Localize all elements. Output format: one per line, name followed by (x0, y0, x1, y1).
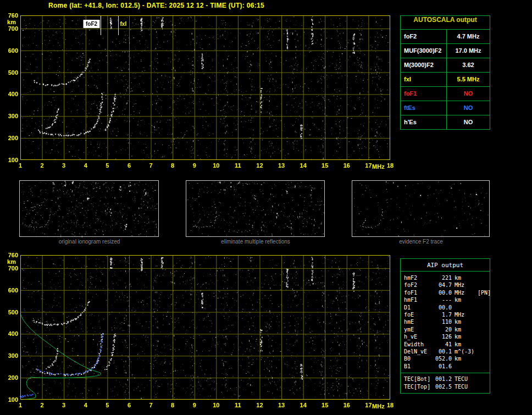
aip-row-hmE: hmE110km (401, 318, 490, 325)
aip-cell-lab: B0 (404, 355, 435, 362)
aip-output-table: AIP output hmF2221kmfoF204.7MHzfoF100.0M… (400, 258, 490, 394)
aip-row-hmF2: hmF2221km (401, 274, 490, 281)
panel-evidence-f2-canvas (352, 180, 490, 237)
aip-row-DelN_vE: DelN_vE00.1m^(-3) (401, 348, 490, 355)
aip-cell-n (478, 333, 490, 340)
aip-cell-v: 221 (435, 274, 455, 281)
param-label: fxI (401, 73, 447, 86)
aip-row-foF1: foF100.0MHz[PN] (401, 289, 490, 296)
autoscala-row-M(3000)F2: M(3000)F23.62 (401, 58, 490, 73)
param-label: foF2 (401, 30, 447, 43)
aip-cell-u: MHz (455, 311, 478, 318)
aip-cell-v: 052.0 (435, 355, 455, 362)
profile-ionogram-canvas (0, 252, 398, 415)
autoscala-row-fxI: fxI5.5 MHz (401, 73, 490, 87)
aip-cell-lab: ymE (404, 326, 435, 333)
aip-cell-lab: foF2 (404, 281, 435, 289)
aip-table-rows: hmF2221kmfoF204.7MHzfoF100.0MHz[PN]hmF1-… (401, 274, 490, 390)
aip-row-TEC[Top]: TEC[Top]002.5TECU (401, 383, 490, 390)
aip-cell-n (478, 363, 490, 370)
main-ionogram-canvas (0, 12, 398, 173)
aip-cell-v: 04.7 (435, 281, 455, 289)
aip-cell-n (478, 281, 490, 289)
aip-cell-u: km (455, 355, 478, 362)
panel-caption-evidence: evidence F2 trace (352, 239, 490, 245)
aip-table-title: AIP output (401, 259, 490, 272)
aip-row-foE: foE1.7MHz (401, 311, 490, 318)
aip-cell-v: 00.0 (435, 289, 455, 296)
param-value: 5.5 MHz (447, 73, 490, 86)
aip-row-ymE: ymE20km (401, 326, 490, 333)
panel-original-ionogram-canvas (19, 180, 159, 237)
param-value: NO (447, 101, 490, 115)
aip-cell-lab: hmE (404, 318, 435, 325)
aip-cell-u: km (455, 326, 478, 333)
param-label: MUF(3000)F2 (401, 44, 447, 58)
aip-row-hmF1: hmF1---km (401, 296, 490, 303)
aip-cell-lab: hmF1 (404, 296, 435, 303)
param-value: 17.0 MHz (447, 44, 490, 58)
aip-row-D1: D100.0 (401, 304, 490, 311)
param-value: 3.62 (447, 58, 490, 72)
autoscala-row-ftEs: ftEsNO (401, 101, 490, 115)
aip-cell-v: 00.1 (435, 348, 455, 355)
aip-cell-n (478, 375, 490, 383)
aip-cell-lab: TEC[Top] (404, 383, 435, 390)
aip-cell-v: 002.5 (435, 383, 455, 390)
aip-cell-n (478, 274, 490, 281)
autoscala-table-rows: foF24.7 MHzMUF(3000)F217.0 MHzM(3000)F23… (401, 30, 490, 129)
aip-cell-u: km (455, 341, 478, 348)
aip-cell-u: km (455, 333, 478, 340)
aip-cell-u (455, 363, 478, 370)
panel-caption-eliminate: eliminate multiple reflections (186, 239, 325, 245)
param-value: NO (447, 115, 490, 129)
aip-cell-n (478, 326, 490, 333)
autoscala-row-foF1: foF1NO (401, 87, 490, 101)
aip-cell-u (455, 304, 478, 311)
autoscala-row-MUF(3000)F2: MUF(3000)F217.0 MHz (401, 44, 490, 58)
aip-cell-lab: foE (404, 311, 435, 318)
aip-cell-lab: TEC[Bot] (404, 375, 435, 383)
aip-cell-n (478, 304, 490, 311)
aip-cell-lab: B1 (404, 363, 435, 370)
aip-cell-n: [PN] (478, 289, 491, 296)
aip-cell-u: TECU (455, 375, 478, 383)
aip-cell-u: MHz (455, 281, 478, 289)
aip-cell-lab: hmF2 (404, 274, 435, 281)
autoscala-screen: Rome (lat: +41.8, lon: 012.5) - DATE: 20… (0, 0, 532, 415)
autoscala-output-table: AUTOSCALA output foF24.7 MHzMUF(3000)F21… (400, 15, 490, 130)
aip-cell-n (478, 348, 490, 355)
param-label: ftEs (401, 101, 447, 115)
aip-row-TEC[Bot]: TEC[Bot]001.2TECU (401, 373, 490, 383)
param-label: foF1 (401, 87, 447, 101)
aip-cell-u: MHz (455, 289, 478, 296)
aip-cell-v: 1.7 (435, 311, 455, 318)
param-label: h'Es (401, 115, 447, 129)
param-value: 4.7 MHz (447, 30, 490, 43)
aip-cell-n (478, 341, 490, 348)
param-value: NO (447, 87, 490, 101)
aip-cell-n (478, 383, 490, 390)
aip-cell-v: 110 (435, 318, 455, 325)
aip-cell-v: 001.2 (435, 375, 455, 383)
aip-cell-n (478, 296, 490, 303)
aip-cell-v: 126 (435, 333, 455, 340)
aip-row-Ewidth: Ewidth41km (401, 341, 490, 348)
aip-cell-u: m^(-3) (455, 348, 478, 355)
aip-row-h_vE: h_vE126km (401, 333, 490, 340)
aip-cell-v: 41 (435, 341, 455, 348)
autoscala-table-title: AUTOSCALA output (401, 16, 490, 30)
panel-caption-original: original ionogram resized (19, 239, 159, 245)
aip-cell-n (478, 318, 490, 325)
aip-cell-u: km (455, 296, 478, 303)
aip-cell-n (478, 311, 490, 318)
aip-row-B0: B0052.0km (401, 355, 490, 362)
aip-cell-lab: h_vE (404, 333, 435, 340)
aip-cell-lab: DelN_vE (404, 348, 435, 355)
autoscala-row-foF2: foF24.7 MHz (401, 30, 490, 44)
aip-cell-v: --- (435, 296, 455, 303)
aip-cell-n (478, 355, 490, 362)
autoscala-row-h'Es: h'EsNO (401, 115, 490, 129)
aip-cell-lab: D1 (404, 304, 435, 311)
aip-cell-lab: foF1 (404, 289, 435, 296)
